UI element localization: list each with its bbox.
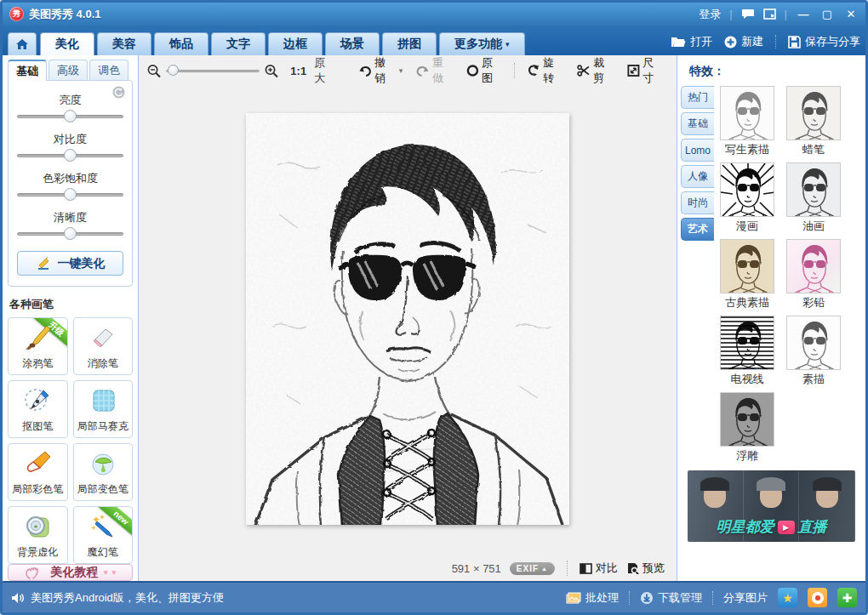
tab-retouch[interactable]: 美容 xyxy=(97,32,151,55)
batch-process-button[interactable]: 批处理 xyxy=(566,590,619,606)
background-blur-button[interactable]: 背景虚化 xyxy=(8,506,68,564)
category-lomo[interactable]: Lomo xyxy=(681,139,714,162)
doodle-pen-button[interactable]: 升级 涂鸦笔 xyxy=(8,317,68,375)
reset-sliders-icon[interactable] xyxy=(112,86,125,102)
zoom-fit-button[interactable]: 原大 xyxy=(314,55,334,86)
recolor-pen-button[interactable]: 局部变色笔 xyxy=(73,443,134,501)
show-original-button[interactable]: 原图 xyxy=(461,55,507,86)
download-manager-button[interactable]: 下载管理 xyxy=(640,590,702,606)
saturation-slider[interactable] xyxy=(15,188,125,202)
home-icon xyxy=(15,38,29,50)
home-tab[interactable] xyxy=(8,32,37,55)
login-link[interactable]: 登录 xyxy=(699,7,721,22)
slider-knob[interactable] xyxy=(64,188,77,201)
effect-sketch[interactable]: 素描 xyxy=(786,316,841,387)
close-button[interactable]: ✕ xyxy=(843,8,859,20)
effect-sketch-drawing[interactable]: 写生素描 xyxy=(720,86,774,157)
zoom-in-icon[interactable] xyxy=(265,64,278,78)
wide-brush-icon xyxy=(23,450,52,477)
new-button[interactable]: 新建 xyxy=(724,34,763,49)
ad-text: 直播 xyxy=(798,517,827,537)
effect-label: 蜡笔 xyxy=(786,142,841,157)
share-images-button[interactable]: 分享图片 xyxy=(723,590,768,606)
promo-text[interactable]: 美图秀秀Android版，美化、拼图更方便 xyxy=(31,590,224,606)
slider-knob[interactable] xyxy=(64,227,77,240)
contrast-control: 对比度 xyxy=(15,132,125,162)
tab-beautify[interactable]: 美化 xyxy=(40,32,94,55)
category-hot[interactable]: 热门 xyxy=(681,86,714,109)
image-dimensions: 591 × 751 xyxy=(452,562,501,575)
resize-button[interactable]: 尺寸 xyxy=(622,55,668,86)
paintbrush-icon xyxy=(23,324,52,351)
brightness-label: 亮度 xyxy=(15,93,125,108)
category-portrait[interactable]: 人像 xyxy=(681,165,714,188)
mosaic-pen-button[interactable]: 局部马赛克 xyxy=(73,380,134,438)
canvas-status-bar: 591 × 751 EXIF ▲ 对比 预览 xyxy=(139,555,677,581)
weibo-share-icon[interactable] xyxy=(808,588,827,607)
crop-button[interactable]: 裁剪 xyxy=(572,55,619,86)
sharpness-slider[interactable] xyxy=(15,227,125,241)
effect-comic[interactable]: 漫画 xyxy=(720,162,774,234)
local-color-pen-button[interactable]: 局部彩色笔 xyxy=(8,443,68,501)
category-art[interactable]: 艺术 xyxy=(681,218,714,241)
undo-history-caret[interactable]: ▾ xyxy=(399,66,403,75)
compare-icon xyxy=(580,563,592,574)
original-label: 原图 xyxy=(482,55,502,86)
tab-advanced-adjust[interactable]: 高级 xyxy=(49,60,88,80)
brightness-slider[interactable] xyxy=(15,110,125,123)
preview-button[interactable]: 预览 xyxy=(626,561,665,576)
canvas-stage xyxy=(139,86,677,555)
tab-frame[interactable]: 边框 xyxy=(268,32,323,55)
save-share-button[interactable]: 保存与分享 xyxy=(788,34,860,49)
edited-photo[interactable] xyxy=(246,113,569,525)
feedback-icon[interactable] xyxy=(741,9,755,20)
category-basic[interactable]: 基础 xyxy=(681,112,714,135)
slider-knob[interactable] xyxy=(64,149,77,162)
saturation-label: 色彩饱和度 xyxy=(15,171,125,186)
zoom-slider-knob[interactable] xyxy=(168,65,179,76)
brush-label: 消除笔 xyxy=(88,356,118,371)
contrast-slider[interactable] xyxy=(15,149,125,162)
skin-icon[interactable] xyxy=(763,9,776,20)
effects-title: 特效： xyxy=(689,64,859,79)
maximize-button[interactable]: ▢ xyxy=(819,8,835,20)
zoom-out-icon[interactable] xyxy=(147,64,161,78)
effect-classic-sketch[interactable]: 古典素描 xyxy=(720,239,774,310)
effect-colored-pencil[interactable]: 彩铅 xyxy=(786,239,841,310)
more-share-icon[interactable]: ✚ xyxy=(837,588,857,607)
tab-scene[interactable]: 场景 xyxy=(325,32,380,55)
slider-knob[interactable] xyxy=(64,110,77,122)
compare-button[interactable]: 对比 xyxy=(580,561,618,576)
zoom-slider[interactable] xyxy=(166,65,260,77)
exif-button[interactable]: EXIF ▲ xyxy=(510,562,555,575)
undo-button[interactable]: 撤销 ▾ xyxy=(353,55,408,86)
tab-color-adjust[interactable]: 调色 xyxy=(89,60,128,80)
tab-text[interactable]: 文字 xyxy=(211,32,266,55)
preview-icon xyxy=(626,562,639,574)
ad-banner[interactable]: 明星都爱 ▶ 直播 xyxy=(688,470,855,542)
effect-oil-painting[interactable]: 油画 xyxy=(786,162,841,234)
one-key-beautify-button[interactable]: 一键美化 xyxy=(17,251,123,276)
preview-label: 预览 xyxy=(642,561,665,576)
scissors-icon xyxy=(577,64,591,77)
tab-collage[interactable]: 拼图 xyxy=(382,32,437,55)
effect-crayon[interactable]: 蜡笔 xyxy=(786,86,841,157)
new-label: 新建 xyxy=(741,34,763,49)
hand-gesture-icon xyxy=(23,565,45,580)
qzone-share-icon[interactable]: ★ xyxy=(778,588,797,607)
rotate-button[interactable]: 旋转 xyxy=(522,55,568,86)
redo-button[interactable]: 重做 xyxy=(411,55,458,86)
tab-more-features[interactable]: 更多功能▾ xyxy=(439,32,525,55)
cutout-pen-button[interactable]: 抠图笔 xyxy=(8,380,68,438)
effect-emboss[interactable]: 浮雕 xyxy=(720,392,774,464)
canvas-toolbar: 1:1 原大 撤销 ▾ 重做 原图 xyxy=(139,55,677,86)
tab-decorate[interactable]: 饰品 xyxy=(154,32,208,55)
magic-pen-button[interactable]: new 魔幻笔 xyxy=(73,506,134,564)
open-button[interactable]: 打开 xyxy=(671,34,712,49)
category-fashion[interactable]: 时尚 xyxy=(681,191,714,214)
minimize-button[interactable]: — xyxy=(796,8,811,20)
eraser-pen-button[interactable]: 消除笔 xyxy=(73,317,134,375)
effect-tv-lines[interactable]: 电视线 xyxy=(720,316,774,387)
tab-basic-adjust[interactable]: 基础 xyxy=(8,60,47,81)
beautify-tutorial-button[interactable]: 美化教程 ♥ ♥ xyxy=(8,564,133,581)
